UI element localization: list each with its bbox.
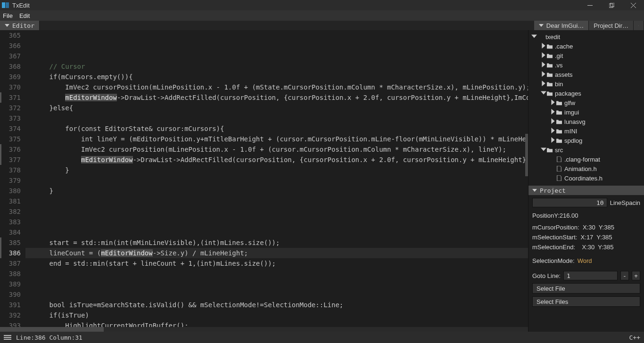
gutter-line: 374 xyxy=(0,123,21,134)
svg-marker-14 xyxy=(542,62,545,67)
tree-folder[interactable]: src xyxy=(528,145,644,155)
code-line xyxy=(25,113,528,123)
gutter-line: 376 xyxy=(0,144,21,155)
svg-rect-2 xyxy=(587,5,593,6)
tree-folder[interactable]: txedit xyxy=(528,32,644,41)
tree-folder[interactable]: mINI xyxy=(528,126,644,136)
goto-increment-button[interactable]: + xyxy=(632,271,640,280)
code-line: } xyxy=(25,165,528,175)
dropdown-icon xyxy=(5,22,9,29)
svg-marker-22 xyxy=(551,137,554,143)
code-line: mEditorWindow->DrawList->AddRectFilled(c… xyxy=(25,92,528,103)
tree-folder[interactable]: imgui xyxy=(528,107,644,117)
window-minimize-button[interactable] xyxy=(579,0,601,10)
tab-dear-imgui[interactable]: Dear ImGui… xyxy=(534,21,589,30)
tree-folder[interactable]: bin xyxy=(528,79,644,89)
dropdown-icon xyxy=(539,22,544,29)
select-file-button[interactable]: Select File xyxy=(532,283,640,294)
vertical-scrollbar[interactable] xyxy=(523,30,528,327)
goto-decrement-button[interactable]: - xyxy=(620,271,629,280)
twisty-icon xyxy=(541,71,546,78)
right-panel: txedit.cache.git.vsassetsbinpackagesglfw… xyxy=(528,30,644,332)
gutter-line: 388 xyxy=(0,269,21,279)
hamburger-icon[interactable] xyxy=(4,335,11,340)
tree-file[interactable]: .clang-format xyxy=(528,155,644,164)
app-icon xyxy=(2,2,9,8)
tree-folder[interactable]: glfw xyxy=(528,98,644,107)
tab-close-button[interactable] xyxy=(634,21,644,30)
linespacing-input[interactable]: 10 xyxy=(532,198,607,207)
code-line xyxy=(25,279,528,289)
tab-project-dir[interactable]: Project Dir… xyxy=(589,21,634,30)
menu-edit[interactable]: Edit xyxy=(19,12,30,19)
svg-marker-16 xyxy=(542,81,545,86)
tab-editor[interactable]: Editor xyxy=(0,21,40,30)
code-line: ImVec2 cursorPosition(mLinePosition.x - … xyxy=(25,82,528,92)
scrollbar-thumb[interactable] xyxy=(525,134,528,176)
code-line: if(isTrue) xyxy=(25,310,528,320)
tree-label: lunasvg xyxy=(564,118,586,125)
twisty-icon xyxy=(541,90,546,97)
tree-folder[interactable]: .cache xyxy=(528,41,644,51)
folder-icon xyxy=(546,90,553,97)
tree-file[interactable]: Animation.h xyxy=(528,164,644,173)
tree-folder[interactable]: .git xyxy=(528,51,644,60)
horizontal-scrollbar[interactable] xyxy=(0,327,528,332)
folder-icon xyxy=(546,62,553,68)
gutter-line: 380 xyxy=(0,186,21,196)
folder-icon xyxy=(546,52,553,59)
tab-project-dir-label: Project Dir… xyxy=(594,22,628,29)
gutter-line: 389 xyxy=(0,279,21,289)
tree-label: imgui xyxy=(564,109,579,116)
tree-folder[interactable]: lunasvg xyxy=(528,117,644,126)
select-file-label: Select File xyxy=(537,285,565,292)
svg-marker-8 xyxy=(539,24,544,27)
tree-folder[interactable]: assets xyxy=(528,70,644,79)
folder-icon xyxy=(546,43,553,49)
twisty-icon xyxy=(531,33,537,41)
tree-label: src xyxy=(555,147,563,154)
tree-folder[interactable]: packages xyxy=(528,89,644,98)
window-close-button[interactable] xyxy=(622,0,644,10)
goto-line-input[interactable]: 1 xyxy=(563,271,618,280)
scrollbar-thumb[interactable] xyxy=(0,327,104,332)
tree-label: .clang-format xyxy=(564,156,600,163)
code-editor[interactable]: 3653663673683693703713723733743753763773… xyxy=(0,30,528,332)
svg-marker-19 xyxy=(551,109,554,114)
linespacing-label: LineSpacin xyxy=(610,199,640,206)
menu-file[interactable]: File xyxy=(3,12,13,19)
folder-icon xyxy=(556,99,562,106)
code-line: start = std::min(int(mMinLineVisible),(i… xyxy=(25,237,528,248)
code-area[interactable]: // Cursor if(mCursors.empty()){ ImVec2 c… xyxy=(25,30,528,332)
select-files-button[interactable]: Select Files xyxy=(532,296,640,307)
tree-folder[interactable]: .vs xyxy=(528,60,644,70)
tree-file[interactable]: Coordinates.h xyxy=(528,173,644,183)
gutter-line: 379 xyxy=(0,175,21,186)
code-line: mEditorWindow->DrawList->AddRectFilled(c… xyxy=(25,155,528,165)
svg-marker-13 xyxy=(542,52,545,58)
project-panel-body: 10 LineSpacin PositionY:216.00 mCursorPo… xyxy=(528,195,644,332)
code-line: // Cursor xyxy=(25,61,528,72)
svg-marker-23 xyxy=(541,147,546,151)
cursor-position-readout: mCursorPosition: X:30 Y:385 xyxy=(532,224,640,231)
window-maximize-button[interactable] xyxy=(601,0,622,10)
folder-icon xyxy=(556,109,562,115)
code-line: } xyxy=(25,186,528,196)
svg-marker-17 xyxy=(541,91,546,94)
select-files-label: Select Files xyxy=(537,298,568,305)
gutter-line: 378 xyxy=(0,165,21,175)
project-panel-header[interactable]: Project xyxy=(528,186,644,195)
selection-mode-value: Word xyxy=(578,257,592,264)
tree-label: bin xyxy=(555,81,563,88)
project-panel-title: Project xyxy=(540,187,566,194)
gutter-line: 365 xyxy=(0,30,21,41)
tree-folder[interactable]: spdlog xyxy=(528,136,644,145)
gutter-line: 375 xyxy=(0,134,21,144)
tree-label: spdlog xyxy=(564,137,582,144)
folder-icon xyxy=(556,128,562,134)
tree-label: txedit xyxy=(545,33,560,41)
selection-start-readout: mSelectionStart: X:17 Y:385 xyxy=(532,234,640,241)
svg-rect-3 xyxy=(609,4,613,8)
gutter-line: 392 xyxy=(0,310,21,320)
file-tree[interactable]: txedit.cache.git.vsassetsbinpackagesglfw… xyxy=(528,30,644,186)
